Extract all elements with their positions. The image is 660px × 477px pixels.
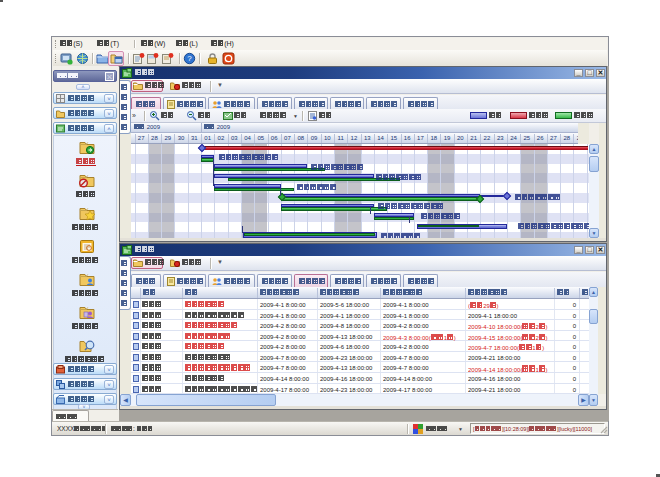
svg-text:?: ? — [187, 54, 192, 63]
